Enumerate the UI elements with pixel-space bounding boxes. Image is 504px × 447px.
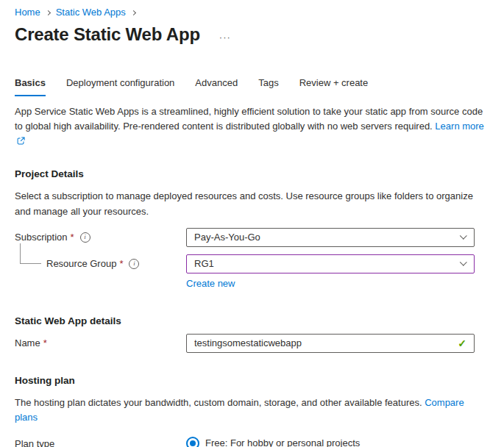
project-details-heading: Project Details [15,168,489,179]
tab-tags[interactable]: Tags [258,77,278,96]
info-icon[interactable]: i [80,232,90,243]
name-label: Name [15,337,40,348]
plan-type-radio-group: Free: For hobby or personal projects Sta… [186,437,452,447]
resource-group-row: Resource Group * i RG1 [15,254,489,273]
tab-basics[interactable]: Basics [15,77,46,96]
resource-group-dropdown[interactable]: RG1 [186,254,475,273]
more-menu-icon[interactable]: ··· [219,28,231,42]
radio-option-label: Free: For hobby or personal projects [205,437,360,447]
name-label-group: Name * [15,337,186,348]
breadcrumb-static-web-apps-link[interactable]: Static Web Apps [56,7,126,18]
create-new-link[interactable]: Create new [186,278,235,289]
required-asterisk: * [119,258,123,269]
subscription-label-group: Subscription * i [15,232,186,243]
required-asterisk: * [71,232,74,243]
intro-description: App Service Static Web Apps is a streaml… [15,106,483,132]
radio-option-free[interactable]: Free: For hobby or personal projects [186,437,452,447]
subscription-label: Subscription [15,232,68,243]
required-asterisk: * [43,337,47,348]
tab-deployment-configuration[interactable]: Deployment configuration [66,77,174,96]
plan-type-label: Plan type [15,438,54,447]
subscription-row: Subscription * i Pay-As-You-Go [15,228,489,247]
hosting-plan-heading: Hosting plan [15,375,489,386]
chevron-down-icon [460,259,467,266]
chevron-right-icon [131,10,136,15]
name-input-wrap: ✓ [186,334,475,353]
radio-button-icon[interactable] [186,437,199,447]
learn-more-label: Learn more [435,121,483,132]
subscription-dropdown[interactable]: Pay-As-You-Go [186,228,475,247]
info-icon[interactable]: i [129,259,139,269]
name-row: Name * ✓ [15,334,489,353]
plan-type-row: Plan type Free: For hobby or personal pr… [15,437,489,447]
chevron-right-icon [46,10,51,15]
resource-group-label: Resource Group [46,258,116,269]
external-link-icon [17,135,25,149]
resource-group-dropdown-value: RG1 [194,258,214,269]
page-title: Create Static Web App [15,24,200,45]
tab-bar: Basics Deployment configuration Advanced… [15,77,489,96]
breadcrumb-home-link[interactable]: Home [15,7,40,18]
chevron-down-icon [460,232,467,240]
hosting-plan-description-text: The hosting plan dictates your bandwidth… [15,397,422,408]
intro-text: App Service Static Web Apps is a streaml… [15,104,489,149]
hierarchy-connector-line [20,243,41,264]
breadcrumb: Home Static Web Apps [15,7,489,18]
create-static-web-app-page: Home Static Web Apps Create Static Web A… [0,0,504,447]
tab-advanced[interactable]: Advanced [195,77,238,96]
hosting-plan-description: The hosting plan dictates your bandwidth… [15,396,489,425]
project-details-description: Select a subscription to manage deployed… [15,189,489,218]
subscription-dropdown-value: Pay-As-You-Go [194,232,260,243]
valid-check-icon: ✓ [458,337,466,349]
name-input[interactable] [194,337,452,348]
tab-review-create[interactable]: Review + create [299,77,369,96]
static-web-app-details-heading: Static Web App details [15,315,489,326]
title-row: Create Static Web App ··· [15,24,489,45]
plan-type-label-group: Plan type [15,437,186,447]
